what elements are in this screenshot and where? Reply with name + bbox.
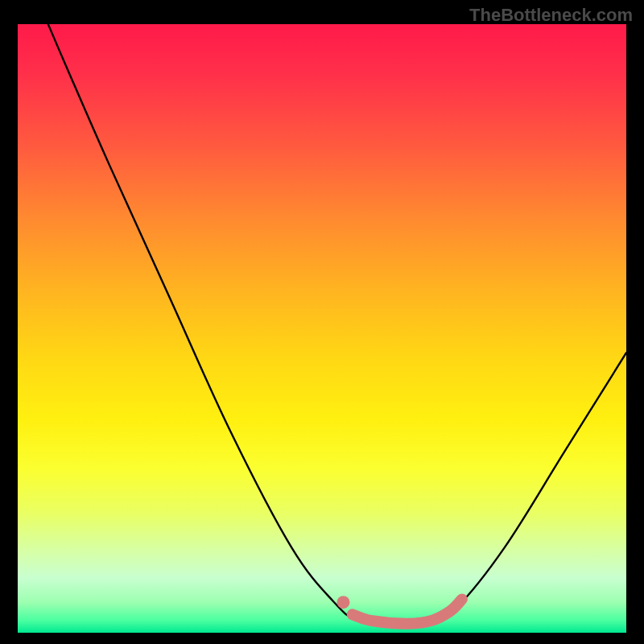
highlight-segment-line	[353, 599, 462, 623]
highlight-dot	[336, 596, 349, 609]
chart-svg	[18, 24, 626, 633]
bottleneck-curve-line	[48, 24, 626, 624]
watermark-text: TheBottleneck.com	[469, 5, 633, 26]
chart-plot-area	[18, 24, 626, 633]
